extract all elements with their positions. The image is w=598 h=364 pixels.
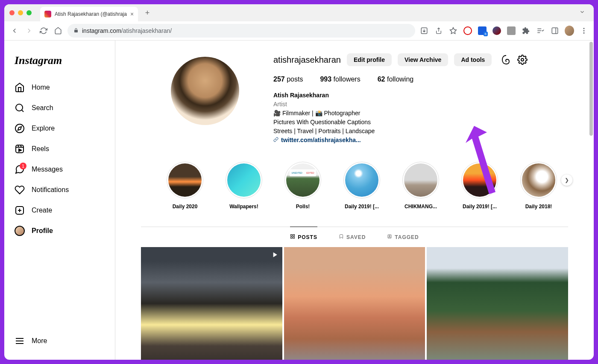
following-stat[interactable]: 62 following [378,76,414,83]
sidebar-item-more[interactable]: More [9,331,110,351]
highlight-item[interactable]: Daily 2018! [516,162,561,210]
nav-label: Explore [32,125,55,132]
extension-ublock-icon[interactable] [463,26,472,35]
svg-point-31 [389,236,390,237]
sidebar-item-notifications[interactable]: Notifications [9,180,110,200]
profile-picture[interactable] [171,57,239,125]
nav-label: More [32,337,47,345]
highlight-item[interactable]: UNEDITEDEDITEDPolls! [280,162,325,210]
instagram-favicon-icon [44,11,51,17]
profile-tabs: POSTS SAVED TAGGED [141,227,568,247]
svg-rect-27 [293,235,295,236]
tab-title: Atish Rajasekharan (@atishraja [55,11,127,17]
browser-tab[interactable]: Atish Rajasekharan (@atishraja × [40,7,138,21]
threads-icon[interactable] [501,55,511,65]
toolbar-icons: 6 [419,26,589,35]
posts-grid [141,247,568,360]
posts-stat[interactable]: 257 posts [273,76,303,83]
profile-info: atishrajasekharan Edit profile View Arch… [273,53,568,145]
sidepanel-icon[interactable] [550,26,560,35]
edit-profile-button[interactable]: Edit profile [347,53,392,66]
extension-icon-3[interactable] [492,26,501,35]
maximize-window-button[interactable] [26,10,32,15]
svg-line-11 [22,110,23,112]
svg-marker-32 [273,252,277,257]
tabs-dropdown-button[interactable] [576,7,589,18]
highlight-item[interactable]: Daily 2020 [162,162,208,210]
nav-label: Profile [32,227,53,235]
highlight-item[interactable]: Daily 2019! [... [339,162,384,210]
share-icon[interactable] [434,26,443,35]
tab-saved[interactable]: SAVED [339,227,366,247]
svg-point-25 [521,58,524,61]
bio-line: Pictures With Questionable Captions [273,118,568,127]
bookmark-star-icon[interactable] [448,26,458,35]
home-button[interactable] [53,26,63,36]
bio-line: Streets | Travel | Portraits | Landscape [273,127,568,136]
extension-icon-4[interactable] [507,26,516,35]
new-tab-button[interactable]: + [141,7,153,19]
browser-window: Atish Rajasekharan (@atishraja × + [4,4,594,360]
minimize-window-button[interactable] [18,10,23,15]
reels-icon [15,144,25,154]
grid-icon [290,234,295,240]
messages-icon: 1 [15,164,25,175]
nav-label: Notifications [32,186,69,194]
lock-icon [73,27,79,34]
view-archive-button[interactable]: View Archive [398,53,448,66]
followers-stat[interactable]: 993 followers [320,76,360,83]
browser-toolbar: instagram.com/atishrajasekharan/ 6 [4,21,594,40]
sidebar-item-messages[interactable]: 1 Messages [9,159,110,180]
post-item[interactable] [141,247,282,360]
post-item[interactable] [427,247,568,360]
settings-gear-icon[interactable] [517,55,528,65]
sidebar-item-profile[interactable]: Profile [9,221,110,241]
instagram-sidebar: Instagram Home Search Explore Reels 1 [4,41,115,360]
tab-posts[interactable]: POSTS [290,227,317,247]
back-button[interactable] [9,26,20,36]
profile-avatar-icon[interactable] [565,26,574,35]
heart-icon [15,185,25,195]
post-item[interactable] [284,247,425,360]
reload-button[interactable] [38,26,49,36]
page-content: Instagram Home Search Explore Reels 1 [4,41,594,360]
svg-rect-26 [291,235,293,236]
scrollbar[interactable] [589,42,593,136]
svg-rect-5 [552,28,558,34]
sidebar-item-create[interactable]: Create [9,200,110,221]
highlight-item[interactable]: Wallpapers! [221,162,267,210]
highlights-next-button[interactable]: ❯ [561,175,572,186]
sidebar-item-home[interactable]: Home [9,77,110,98]
nav-label: Search [32,104,53,112]
reading-list-icon[interactable] [536,26,545,35]
svg-point-8 [583,30,585,32]
username: atishrajasekharan [273,55,341,65]
sidebar-item-search[interactable]: Search [9,98,110,118]
plus-square-icon [15,205,25,215]
install-icon[interactable] [419,26,429,35]
sidebar-item-explore[interactable]: Explore [9,118,110,139]
svg-point-12 [15,124,24,133]
ad-tools-button[interactable]: Ad tools [454,53,492,66]
svg-rect-28 [291,237,293,239]
nav-label: Messages [32,166,63,173]
nav-label: Home [32,84,50,91]
svg-marker-13 [18,127,21,130]
svg-rect-29 [293,237,295,239]
tab-tagged[interactable]: TAGGED [387,227,419,247]
highlight-item[interactable]: CHIKMANG... [398,162,443,210]
forward-button[interactable] [24,26,34,36]
link-icon [273,136,278,145]
bio-link[interactable]: twitter.com/atishrajasekha... [273,136,568,145]
extensions-puzzle-icon[interactable] [521,26,531,35]
svg-point-10 [16,104,23,111]
extension-bitwarden-icon[interactable]: 6 [478,26,487,35]
instagram-logo[interactable]: Instagram [9,51,110,77]
menu-dots-icon[interactable] [579,26,589,35]
tagged-icon [387,234,392,240]
close-tab-button[interactable]: × [130,11,134,17]
highlight-item[interactable]: Daily 2019! [... [457,162,502,210]
sidebar-item-reels[interactable]: Reels [9,139,110,159]
close-window-button[interactable] [9,10,15,15]
address-bar[interactable]: instagram.com/atishrajasekharan/ [67,24,415,38]
